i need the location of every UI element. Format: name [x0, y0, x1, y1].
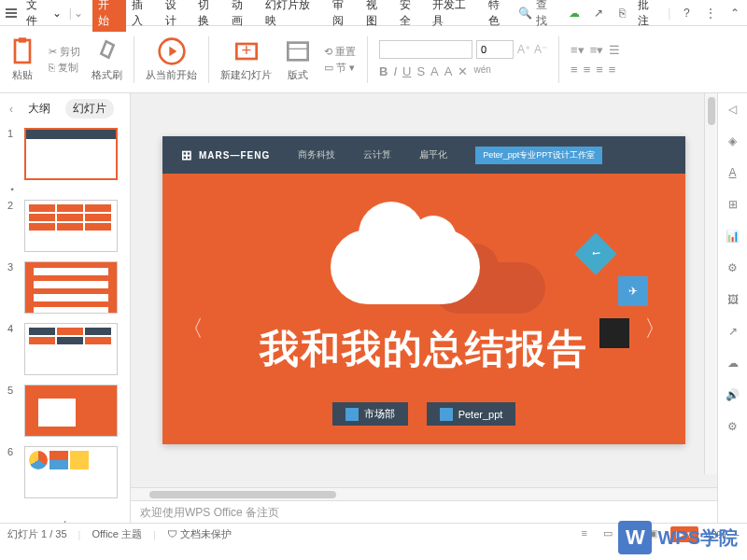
thumb-2[interactable]: 2 — [7, 200, 122, 252]
scissors-icon: ✂ — [49, 46, 57, 58]
tab-transition[interactable]: 切换 — [192, 0, 226, 32]
slide-tag-1: 市场部 — [332, 402, 408, 426]
slide-counter: 幻灯片 1 / 35 — [7, 527, 67, 541]
font-family-input[interactable] — [379, 40, 472, 59]
align-right-button[interactable]: ≡ — [596, 63, 603, 77]
clipboard-small: ✂剪切 ⎘复制 — [49, 45, 80, 75]
canvas-wrap: ⊞MARS—FENG 商务科技 云计算 扁平化 Peter_ppt专业PPT设计… — [131, 93, 717, 487]
tab-start[interactable]: 开始 — [92, 0, 126, 32]
notes-view-icon[interactable]: ≡ — [581, 527, 596, 542]
menu-icon[interactable] — [4, 7, 19, 20]
chart-icon[interactable]: 📊 — [725, 228, 741, 245]
slide-title: 我和我的总结报告 — [162, 323, 685, 375]
bullets-button[interactable]: ≡▾ — [571, 43, 585, 57]
more-icon[interactable]: ⋮ — [702, 5, 719, 21]
brush-icon[interactable] — [92, 36, 122, 66]
play-icon[interactable] — [157, 36, 187, 66]
clearformat-button[interactable]: ✕ — [458, 64, 468, 78]
help-icon[interactable]: ? — [678, 5, 695, 21]
fontcolor-button[interactable]: A — [430, 64, 439, 78]
layout-icon[interactable] — [283, 36, 313, 66]
tab-design[interactable]: 设计 — [160, 0, 193, 32]
paste-label: 粘贴 — [12, 68, 33, 82]
slide-nav-1: 商务科技 — [298, 148, 335, 161]
reset-button[interactable]: ⟲重置 — [324, 45, 356, 59]
slide-tag-2: Peter_ppt — [427, 402, 516, 426]
collapse-icon[interactable]: ⌃ — [726, 5, 743, 21]
gear-icon[interactable]: ⚙ — [725, 418, 741, 435]
newslide-icon[interactable]: + — [232, 36, 261, 66]
notes-pane[interactable]: 欢迎使用WPS Office 备注页 — [131, 500, 717, 523]
thumb-3[interactable]: 3 — [7, 261, 122, 314]
search-button[interactable]: 🔍 查找 — [518, 0, 558, 29]
indent-button[interactable]: ☰ — [609, 43, 620, 57]
thumb-4[interactable]: 4 — [7, 323, 122, 375]
tab-featured[interactable]: 特色 — [483, 0, 516, 32]
copy-button[interactable]: ⎘复制 — [49, 61, 80, 75]
normal-view-icon[interactable]: ▭ — [603, 527, 618, 542]
font-controls: A⁺ A⁻ — [379, 40, 547, 59]
thumbnails: 1 我和我的总结报告 ⋆ 2 3 4 5 6 + — [0, 124, 130, 523]
slides-tab[interactable]: 幻灯片 — [65, 99, 114, 119]
slide-body: ✓ ✈ 〈 〉 我和我的总结报告 市场部 Peter_ppt — [162, 174, 685, 444]
newslide-label: 新建幻灯片 — [220, 68, 272, 82]
svg-text:+: + — [241, 40, 251, 60]
bold-button[interactable]: B — [379, 64, 388, 78]
font-icon[interactable]: A — [725, 164, 741, 181]
save-icon[interactable]: ⎘ — [613, 5, 630, 21]
chevron-down-icon[interactable]: ⌄ — [74, 7, 83, 20]
sound-icon[interactable]: 🔊 — [725, 386, 741, 403]
strike-button[interactable]: S — [416, 64, 425, 78]
image-icon[interactable]: 🖼 — [725, 291, 741, 308]
pinyin-button[interactable]: wén — [473, 64, 490, 78]
annotate-button[interactable]: 批注 — [638, 0, 660, 29]
italic-button[interactable]: I — [393, 64, 397, 78]
increase-font-icon[interactable]: A⁺ — [517, 43, 530, 56]
chevron-left-icon[interactable]: ‹ — [9, 103, 13, 116]
bird-icon: ✈ — [618, 276, 648, 306]
settings-icon[interactable]: ⚙ — [725, 259, 741, 276]
cloud-icon[interactable]: ☁ — [725, 355, 741, 371]
highlight-button[interactable]: A — [444, 64, 453, 78]
share-icon[interactable]: ↗ — [590, 5, 607, 21]
protect-status[interactable]: 🛡 文档未保护 — [167, 527, 232, 541]
underline-button[interactable]: U — [402, 64, 411, 78]
menubar: 文件 ⌄ | ⌄ 开始 插入 设计 切换 动画 幻灯片放映 审阅 视图 安全 开… — [0, 0, 747, 26]
numbering-button[interactable]: ≡▾ — [590, 43, 604, 57]
vertical-scrollbar[interactable] — [704, 93, 717, 474]
decrease-font-icon[interactable]: A⁻ — [534, 43, 547, 56]
wps-logo-icon: W — [618, 521, 652, 554]
thumb-1[interactable]: 1 我和我的总结报告 — [7, 128, 122, 180]
section-button[interactable]: ▭节 ▾ — [324, 61, 356, 75]
tab-view[interactable]: 视图 — [360, 0, 394, 32]
align-left-button[interactable]: ≡ — [571, 63, 578, 77]
slide-badge: Peter_ppt专业PPT设计工作室 — [475, 147, 602, 164]
export-icon[interactable]: ↗ — [725, 323, 741, 340]
outline-tab[interactable]: 大纲 — [21, 99, 58, 119]
play-label: 从当前开始 — [146, 68, 197, 82]
tab-devtools[interactable]: 开发工具 — [427, 0, 483, 32]
svg-rect-5 — [288, 43, 307, 61]
grid-icon[interactable]: ⊞ — [725, 196, 741, 213]
horizontal-scrollbar[interactable] — [131, 487, 717, 500]
paste-icon[interactable] — [7, 36, 37, 66]
tab-security[interactable]: 安全 — [394, 0, 428, 32]
cut-button[interactable]: ✂剪切 — [49, 45, 80, 59]
current-slide[interactable]: ⊞MARS—FENG 商务科技 云计算 扁平化 Peter_ppt专业PPT设计… — [162, 136, 685, 444]
chevron-left-icon[interactable]: ◁ — [725, 101, 741, 118]
cloud-icon[interactable]: ☁ — [566, 5, 583, 21]
align-center-button[interactable]: ≡ — [584, 63, 591, 77]
add-slide-button[interactable]: + — [7, 508, 122, 523]
chevron-down-icon: ⌄ — [52, 7, 62, 20]
file-menu[interactable]: 文件 ⌄ — [21, 0, 67, 31]
tab-slideshow[interactable]: 幻灯片放映 — [260, 0, 327, 32]
sidebar-tabs: ‹ 大纲 幻灯片 — [0, 93, 130, 124]
design-icon[interactable]: ◈ — [725, 133, 741, 149]
tab-review[interactable]: 审阅 — [327, 0, 360, 32]
align-justify-button[interactable]: ≡ — [609, 63, 616, 77]
thumb-5[interactable]: 5 — [7, 385, 122, 437]
thumb-6[interactable]: 6 — [7, 446, 122, 498]
tab-insert[interactable]: 插入 — [126, 0, 160, 32]
tab-animation[interactable]: 动画 — [226, 0, 260, 32]
font-size-input[interactable] — [476, 40, 514, 59]
